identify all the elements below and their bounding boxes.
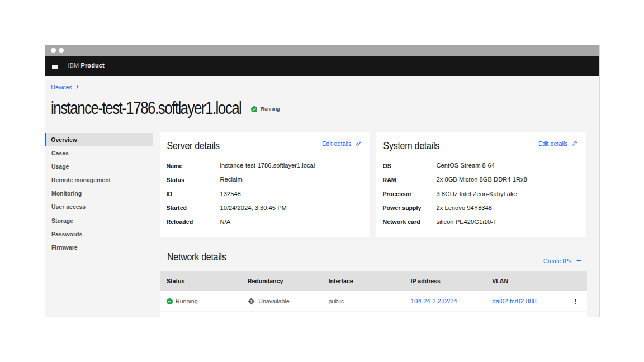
svg-text:?: ? [250,299,253,304]
